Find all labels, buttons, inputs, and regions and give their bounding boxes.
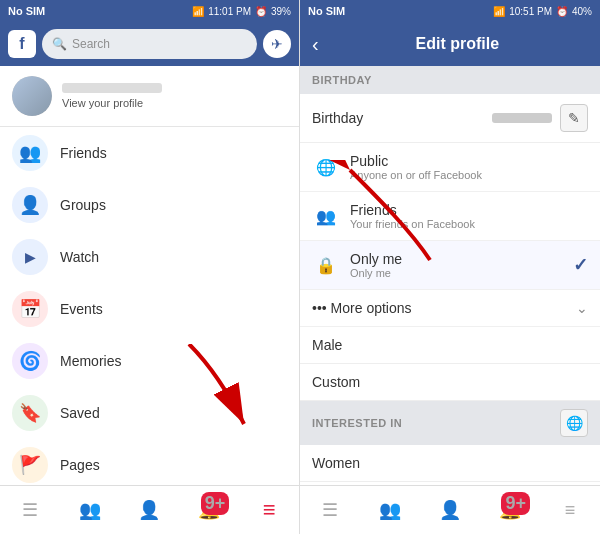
right-panel: No SIM 📶 10:51 PM ⏰ 40% ‹ Edit profile B… <box>300 0 600 534</box>
friends-label: Friends <box>60 145 107 161</box>
interested-in-label: INTERESTED IN <box>312 417 560 429</box>
search-bar[interactable]: 🔍 Search <box>42 29 257 59</box>
profile-text: View your profile <box>62 83 162 109</box>
sidebar-item-watch[interactable]: ▶ Watch <box>0 231 299 283</box>
alarm-icon-left: ⏰ <box>255 6 267 17</box>
only-me-desc: Only me <box>350 267 573 279</box>
back-button[interactable]: ‹ <box>312 33 319 56</box>
profile-area[interactable]: View your profile <box>0 66 299 127</box>
lock-icon: 🔒 <box>312 251 340 279</box>
profile-tab-icon-right: 👤 <box>439 499 461 521</box>
battery-right: 40% <box>572 6 592 17</box>
tab-notifications-right[interactable]: 🔔 9+ <box>480 486 540 534</box>
gender-row: Male <box>300 327 600 364</box>
nav-list: 👥 Friends 👤 Groups ▶ Watch 📅 Events 🌀 Me… <box>0 127 299 485</box>
chevron-down-icon: ⌄ <box>576 300 588 316</box>
tab-menu-right[interactable]: ≡ <box>540 486 600 534</box>
tab-notifications-left[interactable]: 🔔 9+ <box>179 486 239 534</box>
sidebar-item-groups[interactable]: 👤 Groups <box>0 179 299 231</box>
tab-news-right[interactable]: ☰ <box>300 486 360 534</box>
women-value: Women <box>312 455 588 471</box>
notification-badge: 9+ <box>201 492 230 515</box>
tab-profile-left[interactable]: 👤 <box>120 486 180 534</box>
privacy-public[interactable]: 🌐 Public Anyone on or off Facebook <box>300 143 600 192</box>
tab-friends-left[interactable]: 👥 <box>60 486 120 534</box>
fb-logo: f <box>8 30 36 58</box>
custom-row: Custom <box>300 364 600 401</box>
friends-privacy-text: Friends Your friends on Facebook <box>350 202 588 230</box>
status-bar-left: No SIM 📶 11:01 PM ⏰ 39% <box>0 0 299 22</box>
public-icon: 🌐 <box>312 153 340 181</box>
interested-in-header: INTERESTED IN 🌐 <box>300 401 600 445</box>
edit-profile-content: BIRTHDAY Birthday ✎ 🌐 Public Anyone on o… <box>300 66 600 485</box>
sidebar-item-events[interactable]: 📅 Events <box>0 283 299 335</box>
status-icons-right: 📶 10:51 PM ⏰ 40% <box>493 6 592 17</box>
sidebar-item-pages[interactable]: 🚩 Pages <box>0 439 299 485</box>
saved-icon: 🔖 <box>12 395 48 431</box>
friends-privacy-name: Friends <box>350 202 588 218</box>
hamburger-icon-right: ≡ <box>565 500 576 521</box>
custom-value: Custom <box>312 374 588 390</box>
public-desc: Anyone on or off Facebook <box>350 169 588 181</box>
profile-subtitle: View your profile <box>62 97 162 109</box>
globe-icon: 🌐 <box>566 415 583 431</box>
friends-privacy-desc: Your friends on Facebook <box>350 218 588 230</box>
friends-tab-icon-right: 👥 <box>379 499 401 521</box>
privacy-only-me[interactable]: 🔒 Only me Only me ✓ <box>300 241 600 290</box>
carrier-left: No SIM <box>8 5 45 17</box>
women-row: Women <box>300 445 600 482</box>
time-right: 10:51 PM <box>509 6 552 17</box>
events-label: Events <box>60 301 103 317</box>
messenger-icon[interactable]: ✈ <box>263 30 291 58</box>
memories-icon: 🌀 <box>12 343 48 379</box>
public-text: Public Anyone on or off Facebook <box>350 153 588 181</box>
sidebar-item-friends[interactable]: 👥 Friends <box>0 127 299 179</box>
gender-value: Male <box>312 337 588 353</box>
public-name: Public <box>350 153 588 169</box>
profile-tab-icon: 👤 <box>138 499 160 521</box>
birthday-edit-button[interactable]: ✎ <box>560 104 588 132</box>
birthday-section-header: BIRTHDAY <box>300 66 600 94</box>
birthday-value: ✎ <box>492 104 588 132</box>
tab-news-left[interactable]: ☰ <box>0 486 60 534</box>
friends-tab-icon: 👥 <box>79 499 101 521</box>
tab-menu-left[interactable]: ≡ <box>239 486 299 534</box>
watch-label: Watch <box>60 249 99 265</box>
privacy-friends[interactable]: 👥 Friends Your friends on Facebook <box>300 192 600 241</box>
avatar <box>12 76 52 116</box>
edit-profile-header: ‹ Edit profile <box>300 22 600 66</box>
bottom-tabs-left: ☰ 👥 👤 🔔 9+ ≡ <box>0 485 299 534</box>
groups-label: Groups <box>60 197 106 213</box>
carrier-right: No SIM <box>308 5 345 17</box>
hamburger-icon: ≡ <box>263 497 276 523</box>
checkmark-icon: ✓ <box>573 254 588 276</box>
only-me-name: Only me <box>350 251 573 267</box>
groups-icon: 👤 <box>12 187 48 223</box>
birthday-blur <box>492 113 552 123</box>
pages-icon: 🚩 <box>12 447 48 483</box>
tab-profile-right[interactable]: 👤 <box>420 486 480 534</box>
search-icon: 🔍 <box>52 37 67 51</box>
sidebar-item-memories[interactable]: 🌀 Memories <box>0 335 299 387</box>
sidebar-item-saved[interactable]: 🔖 Saved <box>0 387 299 439</box>
status-bar-right: No SIM 📶 10:51 PM ⏰ 40% <box>300 0 600 22</box>
birthday-field-row: Birthday ✎ <box>300 94 600 143</box>
tab-friends-right[interactable]: 👥 <box>360 486 420 534</box>
alarm-icon-right: ⏰ <box>556 6 568 17</box>
time-left: 11:01 PM <box>208 6 251 17</box>
friends-privacy-icon: 👥 <box>312 202 340 230</box>
profile-name-blur <box>62 83 162 93</box>
news-feed-icon: ☰ <box>22 499 38 521</box>
battery-left: 39% <box>271 6 291 17</box>
wifi-icon-right: 📶 <box>493 6 505 17</box>
wifi-icon-left: 📶 <box>192 6 204 17</box>
watch-icon: ▶ <box>12 239 48 275</box>
globe-button[interactable]: 🌐 <box>560 409 588 437</box>
events-icon: 📅 <box>12 291 48 327</box>
more-options-row[interactable]: ••• More options ⌄ <box>300 290 600 327</box>
memories-label: Memories <box>60 353 121 369</box>
only-me-text: Only me Only me <box>350 251 573 279</box>
edit-icon: ✎ <box>568 110 580 126</box>
status-icons-left: 📶 11:01 PM ⏰ 39% <box>192 6 291 17</box>
more-options-label: ••• More options <box>312 300 576 316</box>
